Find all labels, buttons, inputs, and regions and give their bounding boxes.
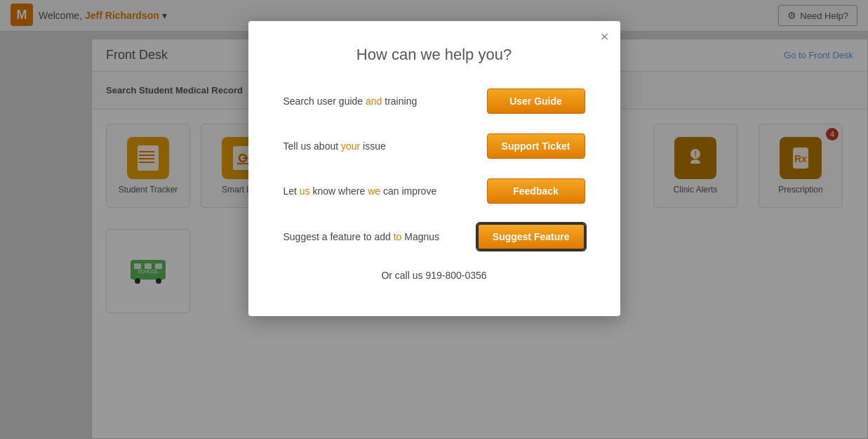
modal-row-suggest: Suggest a feature to add to Magnus Sugge… bbox=[283, 223, 585, 250]
help-modal: × How can we help you? Search user guide… bbox=[248, 21, 620, 316]
support-text: Tell us about your issue bbox=[283, 140, 487, 152]
modal-row-user-guide: Search user guide and training User Guid… bbox=[283, 89, 585, 114]
modal-row-support: Tell us about your issue Support Ticket bbox=[283, 133, 585, 159]
suggest-text: Suggest a feature to add to Magnus bbox=[283, 231, 477, 242]
feedback-text: Let us know where we can improve bbox=[283, 185, 487, 197]
modal-close-button[interactable]: × bbox=[601, 30, 609, 44]
modal-title: How can we help you? bbox=[283, 46, 585, 64]
user-guide-button[interactable]: User Guide bbox=[487, 89, 585, 114]
phone-text: Or call us 919-800-0356 bbox=[283, 270, 585, 281]
user-guide-text: Search user guide and training bbox=[283, 96, 487, 107]
suggest-feature-button[interactable]: Suggest Feature bbox=[477, 223, 585, 250]
feedback-button[interactable]: Feedback bbox=[487, 178, 585, 204]
modal-overlay: × How can we help you? Search user guide… bbox=[0, 0, 868, 439]
modal-row-feedback: Let us know where we can improve Feedbac… bbox=[283, 178, 585, 204]
support-ticket-button[interactable]: Support Ticket bbox=[487, 133, 585, 159]
